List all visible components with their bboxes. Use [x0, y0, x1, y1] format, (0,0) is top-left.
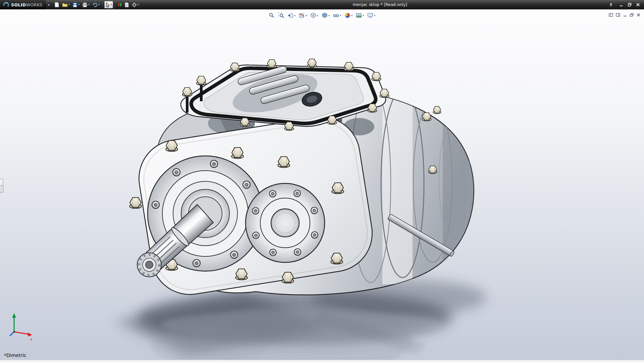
- new-document-icon: [54, 2, 59, 7]
- orientation-triad: x: [10, 313, 33, 342]
- print-icon: [82, 2, 88, 7]
- new-document-button[interactable]: [53, 1, 60, 8]
- feature-pane-splitter-tab[interactable]: ◂: [0, 179, 3, 193]
- round-bolt[interactable]: [152, 201, 159, 208]
- apply-scene-button[interactable]: ▾: [355, 12, 365, 19]
- doc-restore-icon: [630, 13, 634, 17]
- display-style-icon: [322, 12, 328, 18]
- display-states-icon: [118, 2, 122, 7]
- round-bolt[interactable]: [252, 207, 259, 214]
- dropdown-arrow-icon[interactable]: ▾: [68, 3, 70, 6]
- undo-button[interactable]: ▾: [91, 1, 101, 8]
- graphics-viewport[interactable]: ▾ ▾ ▾ ▾: [0, 9, 644, 362]
- hex-bolt[interactable]: [129, 197, 142, 208]
- round-bolt[interactable]: [243, 181, 250, 188]
- round-bolt[interactable]: [173, 169, 180, 176]
- dropdown-arrow-icon[interactable]: ▾: [351, 14, 353, 17]
- print-button[interactable]: ▾: [81, 1, 91, 8]
- pane-right-button[interactable]: [616, 12, 621, 18]
- save-button[interactable]: ▾: [71, 1, 80, 8]
- status-bar: [0, 360, 644, 362]
- restore-icon: [628, 3, 632, 7]
- dropdown-arrow-icon[interactable]: ▾: [98, 3, 100, 6]
- file-properties-button[interactable]: [123, 1, 130, 8]
- standard-toolbar: ▾ ▾ ▾ ▾: [52, 1, 140, 8]
- section-view-button[interactable]: ▾: [298, 12, 308, 19]
- dropdown-arrow-icon[interactable]: ▾: [88, 3, 90, 6]
- dropdown-arrow-icon[interactable]: ▾: [138, 3, 139, 6]
- zoom-to-fit-icon: [269, 12, 275, 18]
- select-button[interactable]: ▾: [104, 1, 113, 8]
- round-bolt[interactable]: [230, 251, 238, 258]
- display-style-button[interactable]: ▾: [321, 12, 331, 19]
- hex-bolt[interactable]: [307, 59, 317, 67]
- secondary-bearing-boss[interactable]: [246, 183, 325, 262]
- hex-bolt[interactable]: [267, 60, 276, 68]
- round-bolt[interactable]: [193, 259, 200, 267]
- dropdown-arrow-icon[interactable]: ▾: [78, 3, 79, 6]
- open-button[interactable]: ▾: [61, 1, 71, 8]
- options-button[interactable]: ▾: [131, 1, 140, 8]
- zoom-to-area-button[interactable]: [277, 12, 285, 19]
- window-controls: ?: [609, 2, 644, 7]
- solidworks-wordmark: SOLIDWORKS: [11, 2, 43, 7]
- dropdown-arrow-icon[interactable]: ▾: [328, 14, 330, 17]
- doc-close-icon: [636, 13, 641, 17]
- previous-view-icon: [287, 12, 293, 18]
- round-bolt[interactable]: [253, 232, 259, 239]
- round-bolt[interactable]: [311, 207, 318, 214]
- titlebar: SOLIDWORKS ▸ ▾ ▾: [0, 0, 644, 9]
- help-button[interactable]: ?: [609, 2, 612, 7]
- file-properties-icon: [124, 2, 129, 7]
- doc-restore-button[interactable]: [630, 12, 634, 18]
- solidworks-logo: SOLIDWORKS: [0, 0, 46, 9]
- dropdown-arrow-icon[interactable]: ▾: [340, 14, 341, 17]
- dropdown-arrow-icon[interactable]: ▾: [374, 14, 375, 17]
- doc-minimize-button[interactable]: [623, 12, 627, 18]
- hex-bolt[interactable]: [433, 107, 441, 114]
- model-3d-view[interactable]: x: [0, 9, 644, 362]
- edit-appearance-button[interactable]: ▾: [343, 12, 354, 19]
- doc-close-button[interactable]: [636, 12, 641, 18]
- window-title: menjac sklop * [Read-only]: [353, 2, 407, 7]
- doc-minimize-icon: [623, 13, 627, 17]
- display-states-button[interactable]: [117, 1, 123, 8]
- apply-scene-icon: [356, 12, 362, 18]
- close-button[interactable]: [636, 3, 640, 7]
- select-cursor-icon: [106, 2, 110, 7]
- hex-bolt[interactable]: [230, 63, 239, 71]
- round-bolt[interactable]: [294, 190, 301, 197]
- view-settings-button[interactable]: ▾: [366, 12, 376, 19]
- hide-show-items-button[interactable]: ▾: [332, 12, 342, 19]
- triad-x-axis: [14, 332, 28, 334]
- dassault-3ds-logo-icon: [3, 2, 9, 8]
- pane-right-icon: [616, 13, 621, 17]
- zoom-to-fit-button[interactable]: [268, 12, 276, 19]
- toolbar-separator: [115, 2, 115, 7]
- dropdown-arrow-icon[interactable]: ▾: [363, 14, 364, 17]
- hex-bolt[interactable]: [344, 62, 354, 71]
- pane-left-icon: [609, 13, 613, 17]
- pane-left-button[interactable]: [609, 12, 613, 18]
- round-bolt[interactable]: [294, 249, 301, 255]
- zoom-to-area-icon: [278, 12, 284, 18]
- document-window-controls: [609, 12, 641, 18]
- toolbar-expand-arrow-icon[interactable]: ▸: [46, 3, 52, 6]
- round-bolt[interactable]: [269, 190, 276, 197]
- round-bolt[interactable]: [210, 160, 218, 168]
- open-folder-icon: [62, 2, 68, 7]
- toolbar-separator: [102, 2, 103, 7]
- minimize-button[interactable]: [619, 3, 623, 7]
- dropdown-arrow-icon[interactable]: ▾: [306, 14, 307, 17]
- save-icon: [72, 2, 77, 7]
- view-orientation-button[interactable]: ▾: [309, 12, 319, 19]
- dropdown-arrow-icon[interactable]: ▾: [294, 14, 296, 17]
- dropdown-arrow-icon[interactable]: ▾: [110, 3, 112, 6]
- dropdown-arrow-icon[interactable]: ▾: [317, 14, 318, 17]
- previous-view-button[interactable]: ▾: [286, 12, 297, 19]
- round-bolt[interactable]: [311, 232, 318, 238]
- splitter-arrow-icon: ◂: [1, 184, 2, 187]
- restore-button[interactable]: [628, 3, 632, 7]
- triad-z-axis: [10, 332, 14, 336]
- round-bolt[interactable]: [270, 249, 276, 256]
